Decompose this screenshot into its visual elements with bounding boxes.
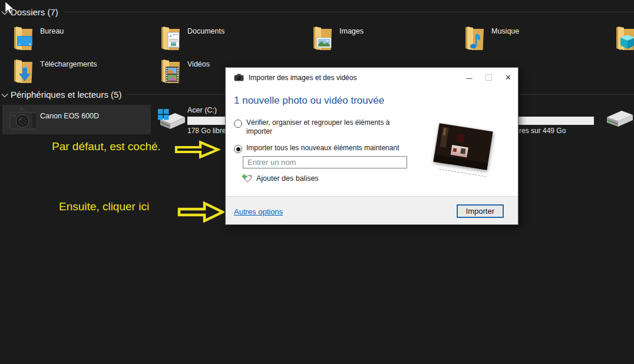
camera-icon — [234, 74, 244, 81]
group-divider — [64, 12, 634, 12]
radio-option-verify-organize[interactable]: Vérifier, organiser et regrouper les élé… — [234, 118, 402, 136]
folder-label: Images — [339, 25, 364, 35]
annotation-click-here: Ensuite, cliquer ici — [59, 200, 149, 213]
radio-option-import-all-now[interactable]: Importer tous les nouveaux éléments main… — [234, 144, 399, 153]
radio-checked-icon[interactable] — [234, 145, 242, 153]
close-button[interactable]: ✕ — [498, 68, 518, 87]
folder-label: Musique — [491, 25, 519, 35]
group-header-devices-label: Périphériques et lecteurs (5) — [11, 90, 121, 100]
device-label: Canon EOS 600D — [40, 112, 99, 120]
folder-icon-pictures — [310, 25, 333, 51]
svg-text:A: A — [169, 34, 172, 38]
folder-icon-desktop — [11, 25, 34, 51]
maximize-button — [479, 68, 498, 87]
folder-item-bureau[interactable]: Bureau — [11, 25, 64, 51]
annotation-arrow-right-icon — [174, 140, 220, 160]
dialog-titlebar[interactable]: Importer des images et des vidéos — ✕ — [226, 68, 518, 87]
group-header-folders[interactable]: Dossiers (7) — [0, 7, 634, 17]
folder-item-3d-objects[interactable] — [613, 25, 634, 51]
other-options-link[interactable]: Autres options — [234, 207, 283, 216]
drive-free-space-text: res sur 449 Go — [519, 127, 566, 135]
folder-icon-3d-objects — [613, 25, 634, 51]
folder-label: Documents — [187, 25, 224, 35]
drive-free-space-text: 178 Go libres — [187, 127, 229, 135]
folder-icon-downloads — [11, 58, 34, 84]
add-tag-icon — [242, 173, 253, 184]
folder-icon-videos — [158, 58, 181, 84]
import-button[interactable]: Importer — [457, 204, 504, 218]
dialog-title: Importer des images et des vidéos — [249, 74, 356, 82]
device-label: Acer (C:) — [187, 106, 217, 114]
radio-unchecked-icon[interactable] — [234, 120, 242, 128]
folder-item-music[interactable]: Musique — [462, 25, 519, 51]
dialog-footer: Autres options Importer — [226, 196, 518, 224]
folder-label: Vidéos — [187, 58, 210, 68]
group-header-folders-label: Dossiers (7) — [11, 7, 58, 17]
folder-icon-music — [462, 25, 486, 51]
file-explorer-window: Dossiers (7) Bureau A — [0, 0, 634, 364]
add-tags-label: Ajouter des balises — [256, 174, 319, 183]
annotation-default-checked: Par défaut, est coché. — [52, 140, 161, 153]
chevron-down-icon[interactable] — [1, 92, 8, 98]
folder-item-videos[interactable]: Vidéos — [158, 58, 210, 84]
add-tags-control[interactable]: Ajouter des balises — [242, 173, 319, 184]
camera-thumbnail — [7, 107, 39, 135]
folder-icon-documents: A — [158, 25, 181, 51]
folder-item-images[interactable]: Images — [310, 25, 364, 51]
radio-option-label: Importer tous les nouveaux éléments main… — [246, 144, 399, 153]
folder-item-downloads[interactable]: Téléchargements — [11, 58, 97, 84]
device-item-canon-eos-600d[interactable]: Canon EOS 600D — [2, 105, 151, 134]
system-drive-icon — [157, 107, 186, 134]
folder-label: Bureau — [40, 25, 64, 35]
drive-icon — [606, 123, 634, 133]
minimize-button[interactable]: — — [460, 68, 479, 87]
import-dialog: Importer des images et des vidéos — ✕ 1 … — [226, 68, 518, 224]
annotation-arrow-right-icon — [177, 200, 224, 224]
photo-preview — [433, 123, 493, 170]
dialog-heading: 1 nouvelle photo ou vidéo trouvée — [234, 95, 384, 107]
folder-item-documents[interactable]: A Documents — [158, 25, 224, 51]
radio-option-label: Vérifier, organiser et regrouper les élé… — [246, 118, 402, 136]
name-input[interactable] — [243, 156, 407, 168]
folder-label: Téléchargements — [40, 58, 97, 68]
device-item-drive-3[interactable] — [606, 108, 634, 132]
mouse-cursor-icon — [4, 1, 16, 15]
maximize-icon — [486, 74, 492, 81]
